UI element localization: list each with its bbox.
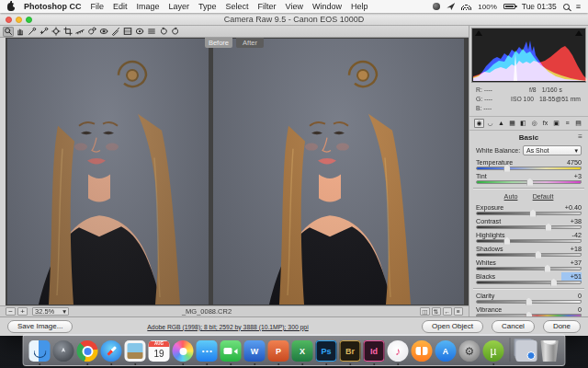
slider-track[interactable] xyxy=(476,300,582,304)
notification-center-icon[interactable]: ≡ xyxy=(576,3,581,11)
before-after-view-button[interactable]: ◫ xyxy=(420,307,429,316)
tab-presets[interactable]: ≡ xyxy=(562,119,572,128)
after-tab[interactable]: After xyxy=(236,38,264,48)
tab-snapshots[interactable]: ▤ xyxy=(573,119,583,128)
slider-clarity[interactable]: Clarity0 xyxy=(476,292,582,305)
menubar-clock[interactable]: Tue 01:35 xyxy=(522,2,557,11)
cancel-button[interactable]: Cancel xyxy=(492,320,535,333)
open-object-button[interactable]: Open Object xyxy=(422,320,483,333)
zoom-tool[interactable] xyxy=(3,27,14,37)
menu-extra-icon[interactable] xyxy=(433,3,440,10)
done-button[interactable]: Done xyxy=(543,320,581,333)
straighten-tool[interactable] xyxy=(74,27,85,37)
slider-thumb[interactable] xyxy=(530,210,537,217)
slider-track[interactable] xyxy=(476,167,582,170)
slider-shadows[interactable]: Shadows+18 xyxy=(476,245,582,259)
menu-item-image[interactable]: Image xyxy=(137,2,160,11)
tab-detail[interactable]: ▲ xyxy=(496,119,506,128)
dock-icon-word[interactable]: W xyxy=(244,340,266,362)
slider-highlights[interactable]: Highlights-42 xyxy=(476,231,582,245)
red-eye-removal-tool[interactable] xyxy=(98,27,109,37)
menu-item-edit[interactable]: Edit xyxy=(113,2,128,11)
dock-icon-itunes[interactable]: ♪ xyxy=(388,340,409,362)
dock-icon-messages[interactable]: … xyxy=(197,340,218,362)
auto-link[interactable]: Auto xyxy=(504,192,518,201)
dock-icon-excel[interactable]: X xyxy=(292,340,313,362)
preview-options-button[interactable]: ≡ xyxy=(454,307,463,316)
menu-item-layer[interactable]: Layer xyxy=(169,2,190,11)
spotlight-icon[interactable] xyxy=(563,4,570,10)
apple-menu-icon[interactable] xyxy=(7,3,15,11)
dock-icon-system-preferences[interactable]: ⚙ xyxy=(459,340,481,362)
graduated-filter-tool[interactable] xyxy=(122,27,133,37)
slider-track[interactable] xyxy=(476,180,582,184)
slider-track[interactable] xyxy=(476,239,582,243)
menu-item-view[interactable]: View xyxy=(286,2,303,11)
slider-blacks[interactable]: Blacks+51 xyxy=(476,272,582,286)
dock-icon-ibooks[interactable] xyxy=(412,340,433,362)
slider-tint[interactable]: Tint+3 xyxy=(476,172,582,186)
after-image[interactable] xyxy=(213,39,464,305)
menu-item-window[interactable]: Window xyxy=(312,2,342,11)
color-sampler-tool[interactable] xyxy=(39,27,50,37)
swap-before-after-button[interactable]: ⇅ xyxy=(432,307,441,316)
adjustment-brush-tool[interactable] xyxy=(110,27,121,37)
menu-extra-plane-icon[interactable] xyxy=(447,3,455,10)
save-image-button[interactable]: Save Image... xyxy=(7,320,73,333)
tab-effects[interactable]: fx xyxy=(540,119,550,128)
tab-lens-corrections[interactable]: ◎ xyxy=(529,119,539,128)
titlebar[interactable]: Camera Raw 9.5 - Canon EOS 1000D xyxy=(0,13,588,26)
slider-thumb[interactable] xyxy=(526,298,532,305)
before-tab[interactable]: Before xyxy=(205,38,232,48)
tab-hsl-grayscale[interactable]: ▦ xyxy=(507,119,517,128)
slider-track[interactable] xyxy=(476,212,582,215)
dock-icon-utorrent[interactable]: µ xyxy=(483,340,504,362)
workflow-options-link[interactable]: Adobe RGB (1998); 8 bit; 2592 by 3888 (1… xyxy=(147,324,308,330)
tab-basic[interactable]: ◉ xyxy=(474,119,484,128)
slider-exposure[interactable]: Exposure+0.40 xyxy=(476,203,582,217)
dock-icon-powerpoint[interactable]: P xyxy=(268,340,289,362)
slider-thumb[interactable] xyxy=(545,224,551,231)
dock-icon-indesign[interactable]: Id xyxy=(364,340,385,362)
wifi-icon[interactable] xyxy=(461,3,471,10)
hand-tool[interactable] xyxy=(15,27,26,37)
rotate-right-tool[interactable] xyxy=(170,27,181,37)
radial-filter-tool[interactable] xyxy=(134,27,145,37)
slider-track[interactable] xyxy=(476,225,582,229)
dock-icon-bridge[interactable]: Br xyxy=(340,340,361,362)
dock-icon-launchpad[interactable] xyxy=(53,340,74,362)
rotate-left-tool[interactable] xyxy=(158,27,169,37)
dock-icon-trash[interactable] xyxy=(540,340,560,362)
tab-split-toning[interactable]: ◧ xyxy=(518,119,528,128)
copy-settings-to-before-button[interactable]: ← xyxy=(443,307,453,316)
menu-item-help[interactable]: Help xyxy=(351,2,368,11)
slider-temperature[interactable]: Temperature4750 xyxy=(476,158,582,172)
preferences-tool[interactable] xyxy=(146,27,157,37)
dock-icon-facetime[interactable] xyxy=(220,340,242,362)
dock-icon-safari[interactable] xyxy=(101,340,122,362)
crop-tool[interactable] xyxy=(62,27,74,37)
dock-icon-chrome[interactable] xyxy=(77,340,98,362)
zoom-out-button[interactable]: − xyxy=(6,307,16,316)
slider-thumb[interactable] xyxy=(535,251,541,259)
slider-thumb[interactable] xyxy=(544,265,550,272)
slider-track[interactable] xyxy=(476,281,582,284)
menu-item-select[interactable]: Select xyxy=(226,2,249,11)
dock-icon-calendar[interactable]: AUG19 xyxy=(149,340,170,362)
dock-icon-finder[interactable] xyxy=(29,340,51,362)
dock-icon-downloads-stack[interactable] xyxy=(516,340,537,362)
tab-camera-calibration[interactable]: ▣ xyxy=(551,119,561,128)
dock-icon-appstore[interactable]: A xyxy=(435,340,457,362)
before-image[interactable] xyxy=(7,39,209,305)
slider-thumb[interactable] xyxy=(526,178,533,186)
slider-thumb[interactable] xyxy=(550,279,557,286)
dock-icon-photos[interactable] xyxy=(173,340,194,362)
spot-removal-tool[interactable] xyxy=(86,27,97,37)
dock-icon-photoshop[interactable]: Ps xyxy=(316,340,337,362)
battery-icon[interactable] xyxy=(503,4,515,9)
menu-item-type[interactable]: Type xyxy=(198,2,217,11)
slider-track[interactable] xyxy=(476,253,582,257)
zoom-level-select[interactable]: 32.5% ▾ xyxy=(32,307,69,316)
tab-tone-curve[interactable]: ◡ xyxy=(485,119,495,128)
default-link[interactable]: Default xyxy=(533,192,554,201)
